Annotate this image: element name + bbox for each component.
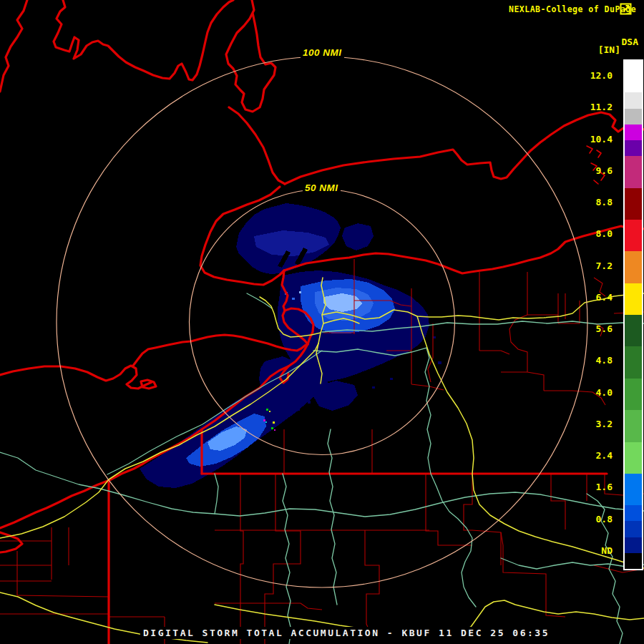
precipitation-layer bbox=[140, 203, 441, 488]
radar-screen: NEXLAB-College of DuPage DSA [IN] 100 NM… bbox=[0, 0, 644, 644]
canada-shore-nw bbox=[0, 0, 27, 92]
legend-segment bbox=[625, 220, 642, 251]
legend-label: 4.8 bbox=[572, 355, 613, 368]
legend-label: 0.8 bbox=[572, 514, 613, 527]
legend-label: 6.4 bbox=[572, 292, 613, 305]
legend-segment bbox=[625, 188, 642, 220]
legend-label: 12.0 bbox=[572, 70, 613, 83]
legend-label: 4.0 bbox=[572, 387, 613, 400]
legend-segment bbox=[625, 379, 642, 410]
precip-band-east-patch bbox=[313, 381, 358, 411]
legend-segment bbox=[625, 505, 642, 537]
legend-segment bbox=[625, 410, 642, 441]
hamilton-toronto-shore bbox=[54, 0, 233, 80]
legend-segment bbox=[625, 346, 642, 378]
legend-label: 1.6 bbox=[572, 482, 613, 494]
legend-label: 5.6 bbox=[572, 323, 613, 336]
legend-segment bbox=[625, 251, 642, 283]
toronto-spit bbox=[226, 0, 275, 112]
radar-map bbox=[0, 0, 644, 644]
legend-segment bbox=[625, 125, 642, 156]
toronto-to-border bbox=[229, 107, 285, 184]
product-title: DIGITAL STORM TOTAL ACCUMULATION - KBUF … bbox=[140, 627, 552, 639]
legend-segment bbox=[625, 283, 642, 315]
precip-ontario-east-patch bbox=[342, 223, 374, 250]
legend-label: 8.8 bbox=[572, 197, 613, 210]
units-label: [IN] bbox=[598, 44, 620, 55]
legend-label: 9.6 bbox=[572, 165, 613, 178]
range-ring-50-label: 50 NMI bbox=[303, 182, 341, 193]
header-source: NEXLAB-College of DuPage bbox=[509, 4, 636, 14]
legend-labels: 12.011.210.49.68.88.07.26.45.64.84.03.22… bbox=[572, 61, 620, 567]
range-ring-100-label: 100 NMI bbox=[301, 47, 344, 58]
legend-label: 11.2 bbox=[572, 102, 613, 114]
legend-segment bbox=[625, 61, 642, 92]
legend-label: 3.2 bbox=[572, 419, 613, 431]
legend-label: 7.2 bbox=[572, 260, 613, 273]
legend-label: 10.4 bbox=[572, 134, 613, 147]
legend-label: 2.4 bbox=[572, 450, 613, 463]
product-code-label: DSA bbox=[622, 36, 638, 47]
legend-segment bbox=[625, 92, 642, 124]
legend-label: ND bbox=[572, 545, 613, 558]
legend-segment bbox=[625, 537, 642, 569]
legend-segment bbox=[625, 442, 642, 474]
window-arrow-icon bbox=[620, 3, 632, 15]
erie-north-shore bbox=[0, 366, 152, 389]
legend-label: 8.0 bbox=[572, 228, 613, 241]
legend-segment bbox=[625, 474, 642, 505]
legend-color-scale bbox=[623, 59, 643, 570]
legend-segment bbox=[625, 315, 642, 346]
legend-segment bbox=[625, 156, 642, 187]
